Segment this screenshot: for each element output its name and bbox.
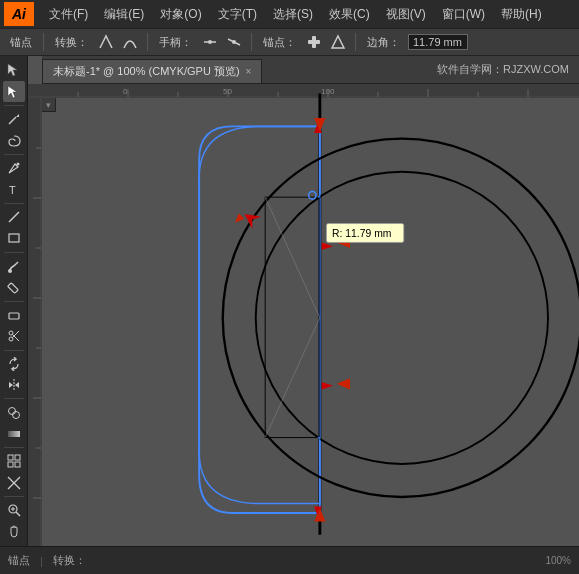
tool-separator2 [4, 154, 24, 155]
svg-rect-29 [8, 462, 13, 467]
anchor-label: 锚点 [6, 35, 36, 50]
svg-text:T: T [9, 184, 16, 196]
pen-tool-button[interactable] [3, 158, 25, 178]
document-tab-bar: 未标题-1* @ 100% (CMYK/GPU 预览) × 软件自学网：RJZX… [42, 56, 579, 84]
svg-marker-78 [232, 213, 244, 225]
handle-free-icon[interactable] [224, 32, 244, 52]
eraser-tool-button[interactable] [3, 305, 25, 325]
svg-rect-26 [8, 431, 20, 437]
toolbar-separator [43, 33, 44, 51]
tool-separator6 [4, 350, 24, 351]
app-logo: Ai [4, 2, 34, 26]
svg-line-34 [16, 512, 20, 516]
tool-separator9 [4, 496, 24, 497]
radius-input[interactable] [408, 34, 468, 50]
svg-point-1 [208, 40, 212, 44]
tool-separator8 [4, 447, 24, 448]
website-label: 软件自学网：RJZXW.COM [437, 56, 579, 83]
convert-smooth-icon[interactable] [120, 32, 140, 52]
tool-separator5 [4, 301, 24, 302]
anchor-remove-icon[interactable] [328, 32, 348, 52]
svg-point-25 [12, 411, 19, 418]
toolbar-separator2 [147, 33, 148, 51]
tab-title: 未标题-1* @ 100% (CMYK/GPU 预览) [53, 64, 240, 79]
svg-marker-9 [16, 114, 19, 117]
type-tool-button[interactable]: T [3, 179, 25, 199]
selection-tool-button[interactable] [3, 60, 25, 80]
svg-point-4 [232, 40, 236, 44]
svg-point-64 [223, 139, 579, 497]
menu-help[interactable]: 帮助(H) [494, 4, 549, 25]
svg-point-10 [16, 163, 19, 166]
canvas-drawing[interactable]: R: 11.79 mm [28, 84, 579, 546]
menu-edit[interactable]: 编辑(E) [97, 4, 151, 25]
chart-tool-button[interactable] [3, 451, 25, 471]
options-toolbar: 锚点 转换： 手柄： 锚点： 边角： [0, 28, 579, 56]
menu-type[interactable]: 文字(T) [211, 4, 264, 25]
scissors-tool-button[interactable] [3, 326, 25, 346]
svg-marker-71 [322, 382, 333, 390]
pencil-tool-button[interactable] [3, 277, 25, 297]
paintbrush-tool-button[interactable] [3, 256, 25, 276]
reflect-tool-button[interactable] [3, 375, 25, 395]
rotate-tool-button[interactable] [3, 353, 25, 373]
gradient-tool-button[interactable] [3, 424, 25, 444]
status-sep: | [40, 555, 43, 567]
convert-corner-icon[interactable] [96, 32, 116, 52]
svg-point-14 [8, 269, 12, 273]
direct-select-tool-button[interactable] [3, 81, 25, 101]
svg-rect-6 [308, 40, 320, 44]
slice-tool-button[interactable] [3, 473, 25, 493]
svg-point-24 [8, 407, 15, 414]
toolbar-separator3 [251, 33, 252, 51]
handle-aligned-icon[interactable] [200, 32, 220, 52]
tab-close-button[interactable]: × [246, 66, 252, 77]
menu-select[interactable]: 选择(S) [266, 4, 320, 25]
convert-label: 转换： [51, 35, 92, 50]
svg-marker-7 [332, 36, 344, 48]
svg-rect-30 [15, 462, 20, 467]
menu-view[interactable]: 视图(V) [379, 4, 433, 25]
lasso-tool-button[interactable] [3, 130, 25, 150]
anchor-label2: 锚点： [259, 35, 300, 50]
svg-marker-22 [9, 382, 13, 388]
view-options: 100% [545, 555, 571, 566]
svg-marker-70 [322, 242, 333, 250]
svg-line-79 [265, 197, 320, 318]
svg-line-8 [9, 117, 16, 124]
handle-label: 手柄： [155, 35, 196, 50]
anchor-add-icon[interactable] [304, 32, 324, 52]
svg-rect-16 [9, 313, 19, 319]
menu-effect[interactable]: 效果(C) [322, 4, 377, 25]
svg-rect-15 [7, 283, 18, 294]
svg-point-67 [309, 191, 317, 199]
svg-text:R: 11.79 mm: R: 11.79 mm [332, 228, 391, 239]
zoom-tool-button[interactable] [3, 500, 25, 520]
tool-separator [4, 105, 24, 106]
magic-wand-tool-button[interactable] [3, 109, 25, 129]
svg-point-65 [256, 172, 548, 464]
tool-separator4 [4, 252, 24, 253]
tool-separator7 [4, 398, 24, 399]
status-bar: 锚点 | 转换： 100% [0, 546, 579, 574]
svg-rect-28 [15, 455, 20, 460]
tools-panel: T [0, 56, 28, 546]
svg-rect-13 [9, 234, 19, 242]
svg-line-12 [9, 212, 19, 222]
menu-object[interactable]: 对象(O) [153, 4, 208, 25]
rect-tool-button[interactable] [3, 228, 25, 248]
svg-rect-27 [8, 455, 13, 460]
menu-file[interactable]: 文件(F) [42, 4, 95, 25]
hand-tool-button[interactable] [3, 522, 25, 542]
shapebuilder-tool-button[interactable] [3, 402, 25, 422]
svg-marker-23 [15, 382, 19, 388]
svg-marker-75 [337, 378, 350, 389]
menu-window[interactable]: 窗口(W) [435, 4, 492, 25]
tool-separator3 [4, 203, 24, 204]
line-tool-button[interactable] [3, 207, 25, 227]
document-tab[interactable]: 未标题-1* @ 100% (CMYK/GPU 预览) × [42, 59, 262, 83]
toolbar-separator4 [355, 33, 356, 51]
svg-line-80 [265, 318, 320, 438]
canvas-area: 0 50 100 ▾ 未标题-1* @ [28, 56, 579, 546]
main-area: T [0, 56, 579, 546]
